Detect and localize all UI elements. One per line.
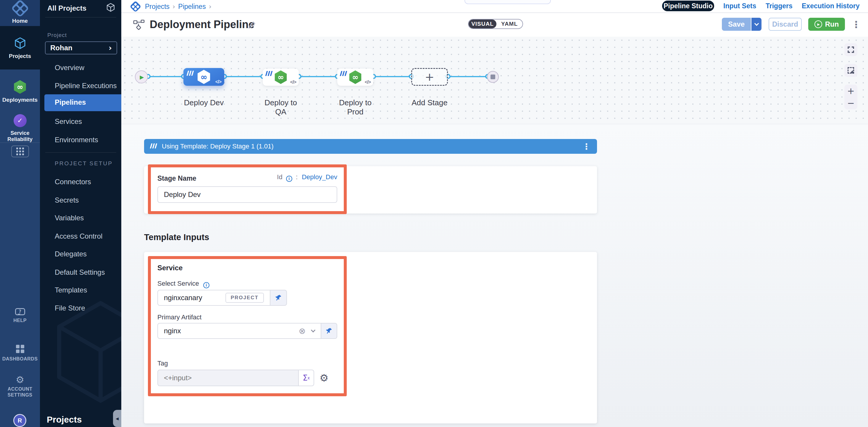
tab-input-sets[interactable]: Input Sets xyxy=(723,2,756,10)
sidebar-collapse-button[interactable]: ◀ xyxy=(113,410,121,427)
banner-kebab-menu[interactable]: ⋮ xyxy=(582,142,590,152)
tag-label: Tag xyxy=(157,360,168,367)
stage-node-deploy-dev[interactable]: ∞ </> xyxy=(183,68,224,86)
edge xyxy=(299,76,337,77)
stage-node-deploy-to-qa[interactable]: ∞ </> xyxy=(263,69,299,86)
rail-module-service-reliability[interactable]: ✓ ServiceReliability xyxy=(0,114,40,142)
all-projects-link[interactable]: All Projects xyxy=(47,4,115,13)
select-service-input[interactable]: nginxcanary PROJECT xyxy=(157,290,270,306)
zoom-out-button[interactable]: − xyxy=(847,98,855,108)
sidebar-item-overview[interactable]: Overview xyxy=(55,63,121,72)
tag-settings-gear-icon[interactable]: ⚙ xyxy=(319,372,329,384)
sidebar-item-services[interactable]: Services xyxy=(55,117,121,126)
pipeline-canvas[interactable]: ▶ ∞ </> ∞ </> ∞ </> + Deploy Dev De xyxy=(121,37,868,124)
expression-button[interactable]: Σx xyxy=(299,370,314,386)
primary-artifact-label: Primary Artifact xyxy=(157,314,202,321)
deployment-stage-icon: ∞ xyxy=(274,70,287,84)
header-kebab-menu[interactable]: ⋮ xyxy=(851,19,861,30)
deployment-stage-icon: ∞ xyxy=(197,70,211,84)
rail-module-label: Home xyxy=(12,18,28,24)
primary-artifact-select[interactable]: nginx ⊗ xyxy=(157,323,321,339)
tag-input[interactable] xyxy=(157,370,299,386)
discard-button[interactable]: Discard xyxy=(769,18,802,31)
add-stage-label[interactable]: Add Stage xyxy=(409,98,450,107)
toggle-yaml[interactable]: YAML xyxy=(496,20,523,28)
pin-service-button[interactable] xyxy=(270,290,287,306)
rail-module-label: Projects xyxy=(9,53,31,60)
stage-config-area: Using Template: Deploy Stage 1 (1.01) ⋮ … xyxy=(121,124,868,427)
canvas-select-button[interactable] xyxy=(844,64,857,77)
sidebar-item-delegates[interactable]: Delegates xyxy=(55,250,121,258)
pipeline-studio-page: Home Projects ∞ Deployments ✓ ServiceRel… xyxy=(0,0,868,427)
rail-module-projects[interactable]: Projects xyxy=(0,26,40,69)
scope-badge: PROJECT xyxy=(225,293,264,303)
tab-triggers[interactable]: Triggers xyxy=(766,2,793,10)
breadcrumb-pipelines[interactable]: Pipelines xyxy=(178,3,206,11)
pin-artifact-button[interactable] xyxy=(321,323,337,339)
code-icon[interactable]: </> xyxy=(365,79,371,85)
code-icon[interactable]: </> xyxy=(215,79,221,85)
canvas-fullscreen-button[interactable] xyxy=(844,43,857,56)
project-selector[interactable]: Rohan › xyxy=(45,41,117,55)
template-banner-text: Using Template: Deploy Stage 1 (1.01) xyxy=(162,142,273,150)
breadcrumb-projects[interactable]: Projects xyxy=(145,3,169,11)
edge xyxy=(448,76,488,77)
sidebar-item-variables[interactable]: Variables xyxy=(55,214,121,222)
edge xyxy=(148,76,186,77)
stage-label[interactable]: Deploy to Prod xyxy=(335,98,376,117)
cube-icon xyxy=(13,36,27,50)
rail-module-home[interactable]: Home xyxy=(0,0,40,26)
harness-logo-icon xyxy=(130,1,142,12)
rail-account-settings[interactable]: ⚙ ACCOUNTSETTINGS xyxy=(0,375,40,398)
save-button[interactable]: Save xyxy=(722,18,751,31)
edit-pencil-icon[interactable] xyxy=(248,21,257,30)
plus-icon: + xyxy=(425,71,434,83)
rail-dashboards[interactable]: DASHBOARDS xyxy=(0,345,40,362)
sidebar-item-default-settings[interactable]: Default Settings xyxy=(55,268,121,277)
add-stage-button[interactable]: + xyxy=(411,68,448,86)
sidebar-item-pipeline-executions[interactable]: Pipeline Executions xyxy=(55,81,121,90)
sidebar-item-secrets[interactable]: Secrets xyxy=(55,196,121,205)
clear-icon[interactable]: ⊗ xyxy=(299,326,306,336)
info-icon[interactable]: i xyxy=(286,176,292,182)
deployment-stage-icon: ∞ xyxy=(348,70,362,84)
marquee-icon xyxy=(847,67,854,74)
more-modules-button[interactable] xyxy=(11,145,29,157)
deployments-icon: ∞ xyxy=(13,80,27,94)
tab-pipeline-studio[interactable]: Pipeline Studio xyxy=(662,1,714,11)
template-icon xyxy=(266,71,273,77)
header-divider xyxy=(121,12,868,13)
select-service-label: Select Service i xyxy=(157,280,210,288)
rail-module-deployments[interactable]: ∞ Deployments xyxy=(0,69,40,114)
sidebar-item-templates[interactable]: Templates xyxy=(55,286,121,295)
save-options-button[interactable] xyxy=(751,18,762,31)
sidebar-item-access-control[interactable]: Access Control xyxy=(55,232,121,241)
chevron-down-icon[interactable] xyxy=(311,328,316,332)
cube-watermark xyxy=(52,299,121,426)
rail-module-label: Service xyxy=(10,130,29,136)
sidebar-item-environments[interactable]: Environments xyxy=(55,135,121,144)
toggle-visual[interactable]: VISUAL xyxy=(469,20,496,28)
rail-help[interactable]: ? HELP xyxy=(0,308,40,324)
stage-node-deploy-to-prod[interactable]: ∞ </> xyxy=(337,69,373,86)
help-icon: ? xyxy=(15,308,25,315)
user-avatar[interactable]: R xyxy=(13,414,26,427)
code-icon[interactable]: </> xyxy=(290,79,296,85)
stage-label[interactable]: Deploy Dev xyxy=(183,98,224,107)
stage-label[interactable]: Deploy to QA xyxy=(260,98,302,117)
pin-icon xyxy=(324,326,334,336)
info-icon[interactable]: i xyxy=(203,282,210,288)
sidebar-item-connectors[interactable]: Connectors xyxy=(55,177,121,186)
pipeline-icon xyxy=(133,20,145,31)
zoom-in-button[interactable]: + xyxy=(847,86,855,96)
sidebar-item-pipelines[interactable]: Pipelines xyxy=(44,94,121,111)
chevron-right-icon: › xyxy=(206,3,215,10)
sidebar-item-file-store[interactable]: File Store xyxy=(55,304,121,313)
chevron-right-icon: › xyxy=(108,43,112,52)
tab-execution-history[interactable]: Execution History xyxy=(802,2,860,10)
divider xyxy=(45,17,116,18)
run-button[interactable]: ▶ Run xyxy=(808,18,845,31)
stage-name-input[interactable]: Deploy Dev xyxy=(157,186,337,203)
all-projects-cube-icon[interactable] xyxy=(105,2,116,12)
edge xyxy=(224,76,263,77)
